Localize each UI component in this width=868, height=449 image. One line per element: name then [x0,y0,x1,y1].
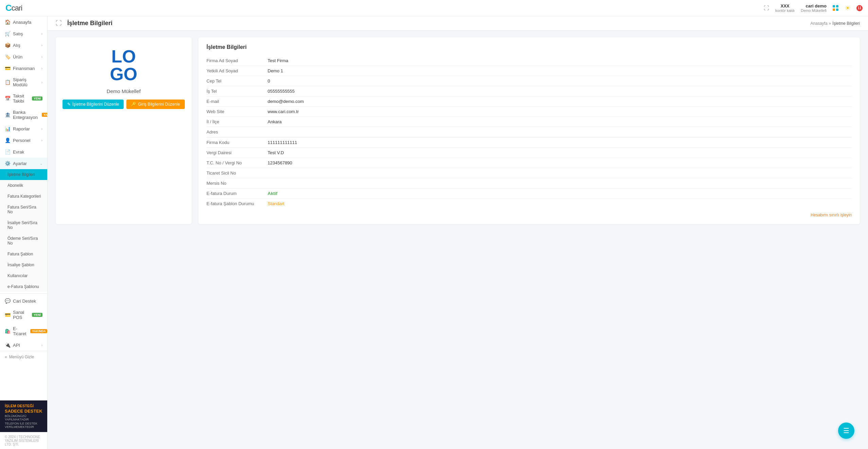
support-sub1: BÖLÜMÜNÜZÜ YAPILMAKTADIR [5,414,42,421]
sidebar-divider-1 [0,293,47,294]
info-value: Standart [268,198,852,209]
chevron-right-icon: › [41,67,42,70]
sidebar-item-banka[interactable]: 🏦 Banka Entegrasyon YAKINDA [0,107,47,123]
btn-giris-label: Giriş Bilgilerini Düzenle [138,102,180,107]
sidebar-sub-fatura-seri[interactable]: Fatura Seri/Sıra No [0,202,47,217]
sidebar-sub-fatura-sablon[interactable]: Fatura Şablon [0,249,47,259]
isletme-duzenle-button[interactable]: ✎ İşletme Bilgilerini Düzenle [63,100,124,109]
user-info: cari demo Demo Mükellefi [801,3,827,13]
info-value: Demo 1 [268,66,852,76]
logo-c: C [5,3,12,13]
sidebar-sub-isletme-bilgileri[interactable]: İşletme Bilgileri [0,169,47,180]
home-icon: 🏠 [5,19,10,25]
app-grid-icon[interactable] [833,5,839,11]
notification-badge[interactable]: 11 [856,5,863,11]
sidebar-item-label: Alış [13,43,20,48]
submenu-item-label: Fatura Kategorileri [7,194,41,199]
demo-mukellef-name: Demo Mükellef [107,88,141,94]
sanal-pos-badge: YENİ [32,313,42,317]
kredikart-area: XXX kontör kaldı [775,3,795,13]
breadcrumb-home[interactable]: Anasayfa [811,21,828,26]
sidebar-sub-irsaliye-seri[interactable]: İrsaliye Seri/Sıra No [0,217,47,233]
sidebar-item-ayarlar[interactable]: ⚙️ Ayarlar ⌄ [0,158,47,169]
sidebar-item-label: Taksit Takibi [13,93,28,104]
page-header: ⛶ İşletme Bilgileri Anasayfa » İşletme B… [48,16,868,31]
hesabim-link[interactable]: Hesabımı sınırlı işleyin [207,213,852,217]
float-btn-icon: ☰ [843,427,849,435]
sidebar-item-siparis[interactable]: 📋 Sipariş Modülü › [0,74,47,90]
support-main: SADECE DESTEK [5,409,42,414]
sidebar-sub-kullanicilar[interactable]: Kullanıcılar [0,270,47,281]
destek-icon: 💬 [5,298,10,304]
table-row: Vergi DairesiTest V.D [207,147,852,158]
giris-duzenle-button[interactable]: 🔑 Giriş Bilgilerini Düzenle [126,100,184,109]
sidebar-item-label: Banka Entegrasyon [13,110,38,120]
sidebar-sub-efatura-sablon[interactable]: e-Fatura Şablonu [0,281,47,292]
banka-icon: 🏦 [5,112,10,118]
edit-icon: ✎ [67,102,71,107]
chevron-right-icon: › [41,55,42,59]
alis-icon: 📦 [5,42,10,48]
main-content: ⛶ İşletme Bilgileri Anasayfa » İşletme B… [48,16,868,449]
sidebar-item-label: Ayarlar [13,161,27,166]
main-layout: 🏠 Anasayfa 🛒 Satış › 📦 Alış › 🏷️ Ürün › … [0,16,868,449]
sidebar-item-satis[interactable]: 🛒 Satış › [0,28,47,39]
logo-big-top: LO [111,48,136,65]
sidebar-item-finansman[interactable]: 💳 Finansman › [0,62,47,74]
info-label: Cep Tel [207,76,268,86]
info-label: İş Tel [207,86,268,96]
table-row: Yetkili Ad SoyadDemo 1 [207,66,852,76]
table-row: Mersis No [207,178,852,188]
table-row: E-fatura Şablon DurumuStandart [207,198,852,209]
sidebar-item-eticaret[interactable]: 🛍️ E-Ticaret YAKINDA [0,323,47,339]
sidebar-item-label: Finansman [13,66,35,71]
logo-go: GO [110,64,137,84]
sidebar-item-taksit[interactable]: 📅 Taksit Takibi YENİ [0,90,47,107]
sidebar-item-urun[interactable]: 🏷️ Ürün › [0,51,47,62]
submenu-item-label: İşletme Bilgileri [7,172,35,177]
info-value: Test Firma [268,56,852,66]
kredikart-label: kontör kaldı [775,8,795,13]
sidebar-item-label: Satış [13,31,23,36]
chevron-right-icon: › [41,80,42,84]
sidebar-item-raporlar[interactable]: 📊 Raporlar › [0,123,47,134]
sidebar-sub-abonelik[interactable]: Abonelik [0,180,47,191]
content-area: LO GO Demo Mükellef ✎ İşletme Bilgilerin… [48,31,868,231]
sidebar-sub-fatura-kategori[interactable]: Fatura Kategorileri [0,191,47,202]
sidebar-item-alis[interactable]: 📦 Alış › [0,39,47,51]
menu-gizle-label: Menüyü Gizle [9,355,34,359]
sun-icon[interactable]: ☀ [845,4,850,12]
table-row: İş Tel05555555555 [207,86,852,96]
dot-3 [833,8,835,11]
satis-icon: 🛒 [5,31,10,36]
info-label: E-fatura Durum [207,188,268,198]
app-logo[interactable]: C cari [5,3,22,13]
sidebar-item-sanal-pos[interactable]: 💳 Sanal POS YENİ [0,307,47,323]
breadcrumb-sep: » [829,21,831,26]
table-row: Firma Kodu111111111111 [207,138,852,148]
sidebar-sub-odeme-seri[interactable]: Ödeme Seri/Sıra No [0,233,47,249]
sanal-pos-icon: 💳 [5,312,10,318]
expand-page-icon[interactable]: ⛶ [56,20,62,27]
sidebar-item-personel[interactable]: 👤 Personel › [0,134,47,146]
sidebar-item-api[interactable]: 🔌 API › [0,339,47,351]
table-row: Firma Ad SoyadTest Firma [207,56,852,66]
sidebar-item-label: Sanal POS [13,310,28,320]
sidebar-item-cari-destek[interactable]: 💬 Cari Destek [0,295,47,307]
breadcrumb: Anasayfa » İşletme Bilgileri [811,21,860,26]
sidebar-item-label: Anasayfa [13,20,31,25]
info-value: 111111111111 [268,138,852,148]
page-header-top: ⛶ İşletme Bilgileri [56,20,112,27]
raporlar-icon: 📊 [5,126,10,131]
table-row: T.C. No / Vergi No1234567890 [207,158,852,168]
logo-display: LO GO [110,48,137,83]
expand-icon[interactable]: ⛶ [764,5,769,11]
sidebar-item-evrak[interactable]: 📄 Evrak [0,146,47,158]
sidebar-sub-irsaliye-sablon[interactable]: İrsaliye Şablon [0,259,47,270]
kredikart-amount: XXX [781,3,790,8]
menu-gizle-btn[interactable]: « Menüyü Gizle [0,351,47,363]
float-action-button[interactable]: ☰ [838,423,854,439]
user-sub: Demo Mükellefi [801,8,827,13]
user-name: cari demo [806,3,827,8]
sidebar-item-anasayfa[interactable]: 🏠 Anasayfa [0,16,47,28]
